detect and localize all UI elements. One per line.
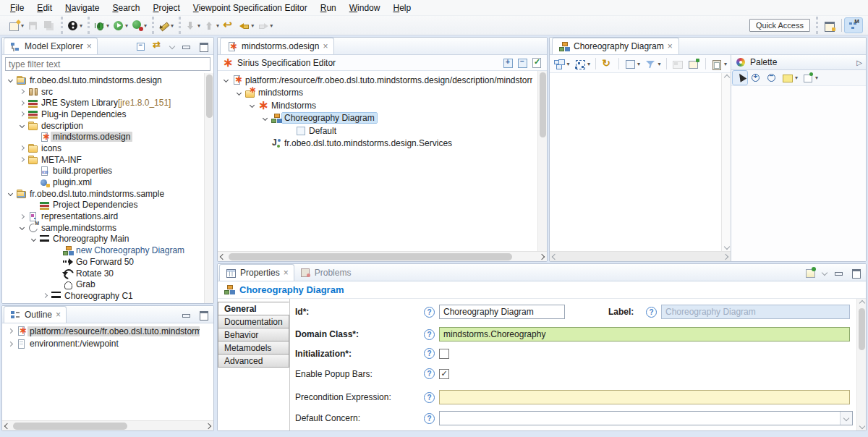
minimize-icon[interactable]: [180, 41, 192, 51]
previous-annotation-button[interactable]: [202, 17, 218, 33]
tree-item[interactable]: fr.obeo.dsl.tuto.mindstorms.sample: [2, 188, 213, 200]
note-attachment-tool[interactable]: [801, 71, 815, 85]
chevron-expanded-icon[interactable]: [247, 103, 258, 107]
select-tool[interactable]: [733, 71, 747, 85]
save-all-button[interactable]: [41, 17, 57, 33]
filters-dropdown[interactable]: ▾: [658, 61, 661, 67]
domain-class-field[interactable]: [439, 327, 850, 341]
note-dropdown[interactable]: ▾: [795, 75, 798, 81]
menu-search[interactable]: Search: [106, 1, 145, 14]
debug-button[interactable]: [92, 17, 108, 33]
note-tool[interactable]: [780, 71, 795, 85]
expand-all-icon[interactable]: [502, 57, 514, 68]
vertical-scrollbar[interactable]: [721, 73, 731, 251]
chevron-collapsed-icon[interactable]: [17, 215, 27, 218]
vertical-scrollbar[interactable]: [856, 299, 866, 430]
help-icon[interactable]: [424, 307, 435, 318]
tree-item-selected[interactable]: platform:/resource/fr.obeo.dsl.tuto.mind…: [2, 325, 213, 338]
horizontal-scrollbar[interactable]: [218, 251, 547, 261]
tree-item[interactable]: Mindstorms: [218, 99, 547, 112]
tree-item-selected[interactable]: Choreography Diagram: [218, 112, 547, 125]
chevron-collapsed-icon[interactable]: [17, 158, 27, 161]
tree-item[interactable]: Choreography C1: [2, 290, 213, 302]
close-icon[interactable]: ×: [323, 42, 328, 51]
paste-dropdown[interactable]: ▾: [724, 61, 727, 67]
tree-item[interactable]: icons: [2, 143, 213, 154]
palette-expand-icon[interactable]: ▷: [856, 59, 862, 67]
back-history-button[interactable]: [221, 17, 237, 33]
odesign-editor-tab[interactable]: mindstorms.odesign ×: [220, 38, 334, 54]
model-explorer-tab[interactable]: Model Explorer ×: [4, 38, 98, 54]
snapshot-button[interactable]: [671, 56, 686, 72]
tree-item[interactable]: META-INF: [2, 154, 213, 166]
menu-file[interactable]: File: [4, 1, 30, 14]
tree-item[interactable]: environment:/viewpoint: [2, 338, 213, 351]
id-field[interactable]: [439, 305, 565, 319]
close-icon[interactable]: ×: [56, 310, 61, 319]
back-button[interactable]: [237, 17, 252, 33]
arrange-all-button[interactable]: [552, 56, 567, 72]
tree-item[interactable]: fr.obeo.dsl.tuto.mindstorms.design: [2, 75, 213, 86]
note-attachment-dropdown[interactable]: ▾: [815, 75, 818, 81]
tab-metamodels[interactable]: Metamodels: [218, 341, 289, 355]
properties-tab[interactable]: Properties ×: [219, 264, 294, 281]
quick-access-button[interactable]: Quick Access: [749, 19, 810, 32]
chevron-expanded-icon[interactable]: [17, 226, 27, 229]
tree-item[interactable]: representations.aird: [2, 211, 213, 222]
tab-general[interactable]: General: [218, 302, 289, 315]
container-dropdown[interactable]: ▾: [637, 61, 640, 67]
outline-tab[interactable]: Outline ×: [4, 306, 67, 323]
tree-item[interactable]: Default: [218, 124, 547, 137]
tree-item[interactable]: fr.obeo.dsl.tuto.mindstorms.design.Servi…: [218, 137, 547, 150]
chevron-collapsed-icon[interactable]: [17, 112, 27, 116]
tab-advanced[interactable]: Advanced: [218, 354, 289, 368]
tab-behavior[interactable]: Behavior: [218, 328, 289, 341]
filters-button[interactable]: [643, 56, 658, 72]
link-with-editor-icon[interactable]: [153, 41, 164, 51]
chevron-collapsed-icon[interactable]: [5, 342, 16, 346]
chevron-collapsed-icon[interactable]: [17, 146, 27, 150]
chevron-expanded-icon[interactable]: [17, 124, 27, 127]
chevron-collapsed-icon[interactable]: [17, 101, 27, 105]
collapse-all-icon[interactable]: [135, 41, 147, 51]
filter-input[interactable]: [6, 59, 210, 69]
tree-item[interactable]: src: [2, 86, 213, 98]
minimize-icon[interactable]: [180, 309, 192, 320]
menu-window[interactable]: Window: [344, 1, 386, 14]
view-menu-icon[interactable]: [169, 43, 175, 48]
new-container-button[interactable]: [623, 56, 638, 72]
close-icon[interactable]: ×: [87, 42, 92, 51]
tree-item-selected[interactable]: mindstorms.odesign: [2, 131, 213, 143]
close-icon[interactable]: ×: [284, 268, 289, 277]
pin-view-icon[interactable]: [805, 267, 817, 278]
palette-header[interactable]: Palette ▷: [731, 55, 866, 70]
help-icon[interactable]: [424, 392, 435, 403]
menu-help[interactable]: Help: [387, 1, 417, 14]
chevron-collapsed-icon[interactable]: [17, 90, 27, 93]
refresh-button[interactable]: [600, 56, 615, 72]
tree-item[interactable]: Plug-in Dependencies: [2, 109, 213, 120]
horizontal-scrollbar[interactable]: [550, 251, 731, 261]
diagram-editor-tab[interactable]: Choreography Diagram ×: [552, 38, 679, 54]
select-marquee-button[interactable]: [573, 56, 588, 72]
help-icon[interactable]: [424, 329, 435, 340]
tree-item[interactable]: Rotate 30: [2, 268, 213, 279]
view-menu-icon[interactable]: [822, 269, 827, 275]
mark-occurrences-button[interactable]: [156, 17, 172, 33]
tree-item[interactable]: Go Forward 50: [2, 256, 213, 268]
forward-button[interactable]: [255, 17, 271, 33]
tree-item[interactable]: sample.mindstorms: [2, 222, 213, 234]
vertical-scrollbar[interactable]: [204, 73, 213, 303]
export-diagram-button[interactable]: [686, 56, 702, 72]
menu-navigate[interactable]: Navigate: [59, 1, 105, 14]
modeling-perspective-button[interactable]: [844, 17, 863, 33]
tree-item[interactable]: JRE System Library [jre1.8.0_151]: [2, 97, 213, 109]
user-account-button[interactable]: [65, 17, 81, 33]
chevron-expanded-icon[interactable]: [234, 91, 244, 95]
tree-item[interactable]: new Choreography Diagram: [2, 245, 213, 256]
help-icon[interactable]: [646, 307, 657, 318]
tree-item[interactable]: plugin.xml: [2, 177, 213, 188]
maximize-icon[interactable]: [197, 309, 209, 320]
initialization-checkbox[interactable]: [439, 349, 449, 359]
close-icon[interactable]: ×: [668, 42, 673, 51]
